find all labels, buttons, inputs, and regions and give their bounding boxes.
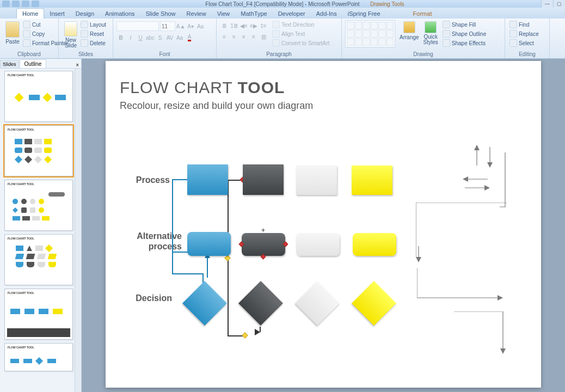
shape-alt-grey[interactable] (296, 233, 340, 256)
tab-developer[interactable]: Developer (273, 9, 311, 19)
group-label: Drawing (345, 51, 501, 58)
align-left-button[interactable]: ≡ (220, 32, 229, 41)
arrow-elbow-1[interactable] (416, 203, 508, 262)
convert-smartart-button[interactable]: Convert to SmartArt (271, 39, 330, 47)
tab-mathtype[interactable]: MathType (235, 9, 272, 19)
grow-font-icon[interactable]: A▲ (176, 22, 185, 30)
font-size-combo[interactable] (160, 21, 175, 31)
shape-fill-button[interactable]: Shape Fill (441, 20, 487, 29)
tab-insert[interactable]: Insert (44, 9, 70, 19)
label-process[interactable]: Process (131, 175, 170, 185)
arrange-button[interactable]: Arrange (397, 20, 421, 41)
char-spacing-button[interactable]: AV (165, 33, 174, 42)
shape-effects-button[interactable]: Shape Effects (441, 39, 487, 47)
connector-blue-3[interactable] (172, 252, 173, 274)
find-button[interactable]: Find (508, 20, 540, 29)
bullets-button[interactable]: ≣ (220, 21, 229, 30)
bold-button[interactable]: B (116, 33, 125, 42)
replace-button[interactable]: Replace (508, 29, 540, 38)
arrow-right-icon[interactable] (464, 184, 490, 192)
delete-button[interactable]: Delete (79, 39, 107, 47)
shape-alt-yellow[interactable] (353, 233, 396, 256)
text-direction-button[interactable]: Text Direction (271, 20, 330, 29)
slide-subtitle[interactable]: Recolour, resize and build your own diag… (120, 100, 313, 112)
shape-decision-grey[interactable] (295, 281, 340, 326)
inc-indent-button[interactable]: ≡▶ (249, 21, 258, 30)
shape-process-grey[interactable] (296, 166, 337, 195)
arrow-down-small[interactable] (415, 246, 422, 262)
font-color-button[interactable]: A (185, 33, 194, 42)
slide-thumb-1[interactable]: FLOW CHART TOOL (4, 71, 73, 122)
slide-title[interactable]: FLOW CHART TOOL (120, 78, 285, 97)
shape-process-dark[interactable] (243, 164, 284, 195)
office-button[interactable] (2, 1, 10, 7)
shape-process-yellow[interactable] (352, 166, 392, 195)
underline-button[interactable]: U (136, 33, 145, 42)
slide-editor[interactable]: FLOW CHART TOOL Recolour, resize and bui… (82, 59, 565, 392)
justify-button[interactable]: ≡ (249, 32, 258, 41)
strike-button[interactable]: abc (146, 33, 155, 42)
change-case-button[interactable]: Aa (175, 33, 184, 42)
shape-decision-yellow[interactable] (352, 281, 396, 326)
reset-button[interactable]: Reset (79, 29, 107, 38)
italic-button[interactable]: I (126, 33, 135, 42)
dec-indent-button[interactable]: ◀≡ (239, 21, 248, 30)
slide-thumb-2[interactable]: FLOW CHART TOOL (4, 125, 73, 176)
align-center-button[interactable]: ≡ (230, 32, 238, 41)
layout-icon (81, 21, 88, 28)
shapes-gallery[interactable] (345, 20, 395, 47)
columns-button[interactable]: ▥ (259, 32, 268, 41)
slide-canvas[interactable]: FLOW CHART TOOL Recolour, resize and bui… (106, 61, 541, 388)
select-button[interactable]: Select (508, 39, 540, 47)
qat-save-icon[interactable] (12, 1, 20, 7)
arrow-elbow-2[interactable] (417, 268, 504, 301)
align-right-button[interactable]: ≡ (239, 32, 248, 41)
tab-review[interactable]: Review (181, 9, 212, 19)
arrow-left-icon[interactable] (463, 175, 489, 183)
layout-button[interactable]: Layout (79, 20, 107, 29)
adjust-handle-icon[interactable] (224, 255, 230, 261)
minimize-button[interactable]: — (541, 0, 553, 8)
shape-alt-blue[interactable] (187, 232, 231, 256)
tab-ispring[interactable]: iSpring Free (342, 9, 386, 19)
slide-thumb-3[interactable]: FLOW CHART TOOL (4, 180, 73, 231)
slide-thumb-4[interactable]: FLOW CHART TOOL (4, 234, 73, 285)
arrow-down-icon[interactable] (484, 146, 501, 168)
label-decision[interactable]: Decision (133, 293, 172, 303)
thumbnails-list[interactable]: FLOW CHART TOOL FLOW CHART TOOL (0, 69, 81, 392)
shrink-font-icon[interactable]: A▾ (186, 22, 195, 30)
panel-close-button[interactable]: × (73, 62, 81, 68)
shape-process-blue[interactable] (187, 164, 228, 195)
align-text-button[interactable]: Align Text (271, 29, 330, 38)
shape-alt-dark[interactable] (242, 233, 285, 256)
panel-tab-outline[interactable]: Outline (20, 59, 47, 68)
maximize-button[interactable]: ▢ (553, 0, 565, 8)
slide-thumb-6[interactable]: FLOW CHART TOOL (4, 343, 73, 371)
qat-undo-icon[interactable] (22, 1, 29, 7)
shadow-button[interactable]: S (156, 33, 164, 42)
slide-thumb-5[interactable]: FLOW CHART TOOL (4, 289, 73, 340)
quick-styles-button[interactable]: Quick Styles (421, 20, 440, 46)
tab-slideshow[interactable]: Slide Show (140, 9, 181, 19)
tab-animations[interactable]: Animations (100, 9, 140, 19)
qat-redo-icon[interactable] (32, 1, 39, 7)
tab-format[interactable]: Format (408, 9, 438, 19)
numbering-button[interactable]: 1≣ (230, 21, 238, 30)
shape-decision-dark[interactable] (238, 281, 283, 326)
tab-view[interactable]: View (212, 9, 236, 19)
font-name-combo[interactable] (116, 21, 159, 31)
tab-design[interactable]: Design (70, 9, 100, 19)
panel-tab-slides[interactable]: Slides (0, 60, 19, 68)
clear-format-icon[interactable]: Aa (196, 22, 205, 30)
paste-button[interactable]: Paste (3, 20, 22, 46)
shape-decision-blue[interactable] (182, 281, 227, 326)
arrow-elbow-3[interactable] (454, 311, 508, 355)
new-slide-button[interactable]: New Slide (62, 20, 79, 50)
line-spacing-button[interactable]: ‡≡ (259, 21, 268, 30)
shape-outline-button[interactable]: Shape Outline (441, 29, 487, 38)
tab-addins[interactable]: Add-Ins (311, 9, 342, 19)
thumbnails-scrollbar[interactable] (75, 69, 81, 392)
label-alternative[interactable]: Alternativeprocess (122, 231, 182, 252)
tab-home[interactable]: Home (16, 8, 44, 19)
connector-blue-4[interactable] (172, 273, 204, 274)
